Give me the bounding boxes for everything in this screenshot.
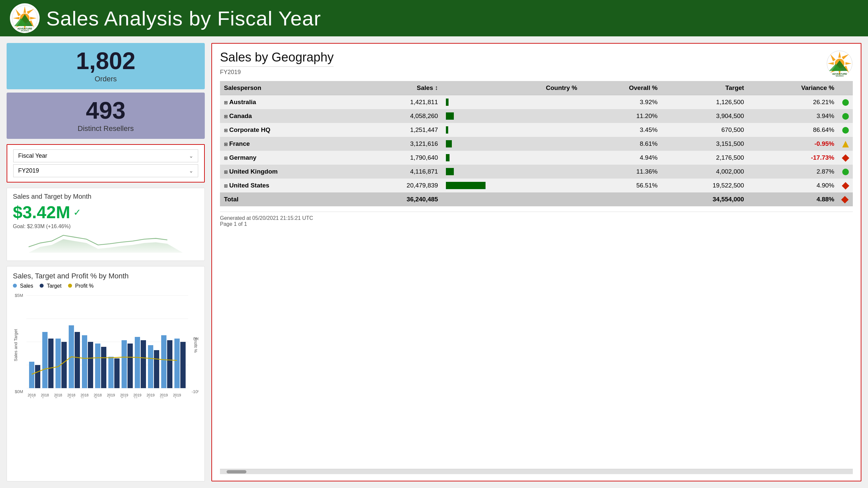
svg-rect-24 — [61, 342, 67, 388]
total-sales-value: $3.42M — [13, 202, 70, 222]
row-country-pct — [495, 151, 581, 165]
row-country-pct — [495, 165, 581, 178]
svg-rect-42 — [180, 342, 186, 388]
total-overall-pct — [581, 193, 661, 206]
col-country-pct: Country % — [495, 81, 581, 95]
row-country-pct — [495, 178, 581, 193]
row-status — [838, 178, 853, 193]
left-panel: 1,802 Orders 493 Distinct Resellers Fisc… — [7, 43, 205, 481]
svg-rect-26 — [75, 332, 80, 388]
fiscal-year-label: Fiscal Year — [18, 152, 47, 160]
profit-legend-dot — [68, 284, 72, 288]
mini-sales-card: Sales and Target by Month $3.42M ✓ Goal:… — [7, 188, 205, 261]
legend-sales: Sales — [13, 283, 33, 289]
row-overall-pct: 3.92% — [581, 95, 661, 109]
status-green-icon — [842, 99, 849, 106]
row-variance: -0.95% — [748, 137, 838, 151]
col-status — [838, 81, 853, 95]
row-variance: 2.87% — [748, 165, 838, 178]
row-country-pct — [495, 137, 581, 151]
row-salesperson: ⊞Germany — [220, 151, 355, 165]
row-target: 2,176,500 — [661, 151, 748, 165]
table-row: ⊞Germany 1,790,640 4.94% 2,176,500 -17.7… — [220, 151, 853, 165]
row-status — [838, 165, 853, 178]
row-country-pct — [495, 123, 581, 137]
header: ADVENTURE WORKS Sales Analysis by Fiscal… — [0, 0, 868, 36]
resellers-value: 493 — [14, 98, 197, 122]
right-panel: Sales by Geography FY2019 — [211, 43, 861, 481]
horizontal-scrollbar[interactable] — [220, 469, 853, 474]
col-overall-pct: Overall % — [581, 81, 661, 95]
svg-rect-30 — [101, 347, 106, 388]
geography-table-footer: Total 36,240,485 34,554,000 4.88% — [220, 193, 853, 206]
svg-rect-41 — [175, 339, 180, 388]
col-sales[interactable]: Sales ↕ — [355, 81, 442, 95]
svg-text:Oct: Oct — [68, 397, 74, 398]
row-status — [838, 109, 853, 123]
svg-rect-37 — [148, 345, 153, 388]
row-overall-pct: 4.94% — [581, 151, 661, 165]
resellers-tile: 493 Distinct Resellers — [7, 92, 205, 139]
svg-rect-35 — [135, 337, 140, 388]
svg-rect-34 — [127, 344, 133, 388]
svg-rect-36 — [141, 340, 146, 388]
page-title: Sales Analysis by Fiscal Year — [46, 7, 321, 30]
total-variance: 4.88% — [748, 193, 838, 206]
row-target: 670,500 — [661, 123, 748, 137]
row-salesperson: ⊞United Kingdom — [220, 165, 355, 178]
logo-svg: ADVENTURE WORKS — [11, 5, 38, 31]
row-overall-pct: 56.51% — [581, 178, 661, 193]
status-green-icon — [842, 127, 849, 134]
total-sales: 36,240,485 — [355, 193, 442, 206]
line-chart-section: Sales, Target and Profit % by Month Sale… — [7, 266, 205, 481]
svg-text:Profit %: Profit % — [193, 338, 198, 353]
row-bar — [442, 95, 495, 109]
svg-text:Nov: Nov — [81, 397, 88, 398]
svg-text:Aug: Aug — [42, 397, 48, 398]
status-green-icon — [842, 113, 849, 120]
svg-rect-20 — [35, 365, 40, 388]
svg-rect-39 — [161, 335, 166, 388]
row-country-pct — [495, 95, 581, 109]
fiscal-year-value-dropdown[interactable]: FY2019 ⌄ — [13, 164, 198, 177]
orders-label: Orders — [14, 75, 197, 83]
row-salesperson: ⊞Canada — [220, 109, 355, 123]
geo-footer: Generated at 05/20/2021 21:15:21 UTC Pag… — [220, 211, 853, 227]
row-overall-pct: 11.20% — [581, 109, 661, 123]
page-info: Page 1 of 1 — [220, 221, 853, 227]
scrollbar-container[interactable] — [220, 469, 853, 474]
row-variance: 4.90% — [748, 178, 838, 193]
row-overall-pct: 8.61% — [581, 137, 661, 151]
scrollbar-thumb[interactable] — [226, 470, 246, 473]
total-target: 34,554,000 — [661, 193, 748, 206]
fiscal-year-value: FY2019 — [18, 167, 39, 174]
row-variance: -17.73% — [748, 151, 838, 165]
total-bar — [442, 193, 495, 206]
chevron-down-icon: ⌄ — [189, 153, 193, 159]
bar-chart-group — [29, 325, 186, 388]
row-target: 19,522,500 — [661, 178, 748, 193]
resellers-label: Distinct Resellers — [14, 124, 197, 133]
svg-rect-28 — [88, 342, 93, 388]
orders-value: 1,802 — [14, 49, 197, 73]
row-variance: 26.21% — [748, 95, 838, 109]
table-row: ⊞United States 20,479,839 56.51% 19,522,… — [220, 178, 853, 193]
y-axis-bottom-label: $0M — [15, 389, 23, 394]
row-country-pct — [495, 109, 581, 123]
row-target: 1,126,500 — [661, 95, 748, 109]
chevron-down-icon-2: ⌄ — [189, 168, 193, 174]
orders-tile: 1,802 Orders — [7, 43, 205, 89]
status-green-icon — [842, 169, 849, 175]
col-variance: Variance % — [748, 81, 838, 95]
svg-rect-27 — [82, 335, 87, 388]
geo-header: Sales by Geography FY2019 — [220, 50, 853, 79]
geo-title-block: Sales by Geography FY2019 — [220, 50, 334, 79]
table-row: ⊞Canada 4,058,260 11.20% 3,904,500 3.94% — [220, 109, 853, 123]
kpi-tiles: 1,802 Orders 493 Distinct Resellers — [7, 43, 205, 139]
row-variance: 3.94% — [748, 109, 838, 123]
fiscal-year-dropdown[interactable]: Fiscal Year ⌄ — [13, 149, 198, 162]
col-target: Target — [661, 81, 748, 95]
svg-rect-23 — [56, 339, 61, 388]
filter-section: Fiscal Year ⌄ FY2019 ⌄ — [7, 144, 205, 182]
svg-rect-40 — [167, 340, 173, 388]
